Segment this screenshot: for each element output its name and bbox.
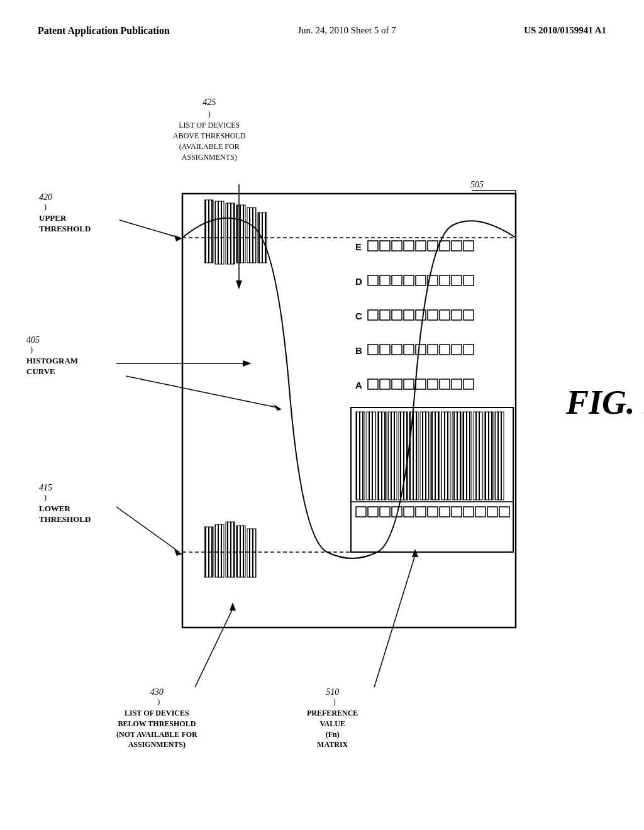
svg-rect-34	[452, 275, 462, 285]
svg-rect-21	[416, 241, 426, 251]
svg-rect-24	[452, 241, 462, 251]
svg-rect-49	[392, 345, 402, 355]
svg-rect-8	[236, 205, 245, 263]
page-header: Patent Application Publication Jun. 24, …	[0, 0, 644, 49]
svg-rect-71	[399, 412, 408, 500]
svg-rect-27	[368, 275, 378, 285]
svg-rect-53	[440, 345, 450, 355]
label-420: 420 ) UPPER THRESHOLD	[39, 192, 91, 235]
svg-marker-106	[174, 235, 182, 241]
svg-rect-79	[484, 412, 493, 500]
svg-rect-33	[440, 275, 450, 285]
svg-rect-76	[452, 412, 461, 500]
svg-rect-59	[392, 379, 402, 389]
svg-rect-9	[247, 208, 256, 263]
svg-rect-11	[204, 527, 213, 577]
svg-rect-7	[226, 203, 235, 264]
label-425: 425 ) LIST OF DEVICES ABOVE THRESHOLD (A…	[173, 96, 245, 163]
svg-rect-37	[368, 310, 378, 320]
svg-text:E: E	[355, 241, 362, 252]
svg-rect-78	[474, 412, 482, 500]
svg-rect-13	[226, 522, 235, 577]
svg-rect-89	[452, 507, 462, 517]
svg-rect-81	[356, 507, 366, 517]
svg-marker-100	[412, 549, 418, 557]
svg-line-105	[119, 220, 179, 238]
svg-rect-30	[404, 275, 414, 285]
svg-marker-102	[243, 360, 252, 367]
svg-rect-55	[464, 345, 474, 355]
label-415: 415 ) LOWER THRESHOLD	[39, 483, 91, 525]
svg-rect-61	[416, 379, 426, 389]
svg-rect-25	[464, 241, 474, 251]
svg-line-97	[195, 609, 233, 687]
svg-rect-58	[380, 379, 390, 389]
svg-rect-40	[404, 310, 414, 320]
svg-rect-12	[215, 524, 224, 577]
svg-rect-50	[404, 345, 414, 355]
svg-rect-39	[392, 310, 402, 320]
svg-marker-96	[236, 280, 242, 289]
svg-rect-90	[464, 507, 474, 517]
svg-rect-69	[377, 412, 386, 500]
svg-rect-74	[431, 412, 440, 500]
svg-rect-65	[464, 379, 474, 389]
svg-rect-68	[367, 412, 375, 500]
svg-rect-88	[440, 507, 450, 517]
svg-rect-87	[428, 507, 438, 517]
svg-rect-29	[392, 275, 402, 285]
svg-rect-15	[247, 529, 256, 577]
svg-rect-19	[392, 241, 402, 251]
label-510: 510 ) PREFERENCE VALUE (Fn) MATRIX	[307, 687, 358, 750]
svg-rect-44	[452, 310, 462, 320]
svg-text:FIG. 5: FIG. 5	[565, 384, 644, 421]
svg-rect-52	[428, 345, 438, 355]
svg-rect-83	[380, 507, 390, 517]
svg-rect-47	[368, 345, 378, 355]
svg-rect-18	[380, 241, 390, 251]
diagram-area: E D C B	[0, 55, 644, 797]
svg-rect-43	[440, 310, 450, 320]
svg-rect-41	[416, 310, 426, 320]
svg-text:B: B	[355, 345, 362, 356]
svg-rect-35	[464, 275, 474, 285]
label-405: 405 ) HISTOGRAM CURVE	[26, 335, 78, 377]
svg-line-107	[116, 507, 179, 552]
diagram-svg: E D C B	[0, 55, 644, 797]
svg-rect-82	[368, 507, 378, 517]
svg-rect-6	[215, 201, 224, 264]
svg-rect-31	[416, 275, 426, 285]
publication-title: Patent Application Publication	[38, 25, 170, 36]
svg-rect-80	[495, 412, 504, 500]
svg-rect-17	[368, 241, 378, 251]
svg-rect-92	[487, 507, 497, 517]
svg-rect-54	[452, 345, 462, 355]
svg-rect-60	[404, 379, 414, 389]
svg-marker-108	[174, 550, 182, 556]
publication-date-sheet: Jun. 24, 2010 Sheet 5 of 7	[297, 25, 396, 36]
svg-rect-48	[380, 345, 390, 355]
svg-rect-93	[499, 507, 509, 517]
svg-rect-62	[428, 379, 438, 389]
svg-rect-10	[258, 213, 267, 263]
svg-rect-42	[428, 310, 438, 320]
svg-rect-57	[368, 379, 378, 389]
svg-text:A: A	[355, 380, 362, 390]
svg-rect-86	[416, 507, 426, 517]
svg-rect-28	[380, 275, 390, 285]
svg-rect-73	[420, 412, 429, 500]
label-505: 505	[470, 180, 484, 190]
svg-line-103	[126, 376, 277, 407]
svg-rect-45	[464, 310, 474, 320]
svg-rect-5	[204, 200, 213, 263]
svg-rect-64	[452, 379, 462, 389]
svg-rect-67	[356, 412, 365, 500]
svg-rect-75	[441, 412, 450, 500]
svg-rect-23	[440, 241, 450, 251]
svg-rect-22	[428, 241, 438, 251]
svg-marker-98	[230, 602, 236, 611]
svg-line-99	[374, 555, 415, 687]
svg-rect-85	[404, 507, 414, 517]
svg-rect-63	[440, 379, 450, 389]
svg-rect-38	[380, 310, 390, 320]
